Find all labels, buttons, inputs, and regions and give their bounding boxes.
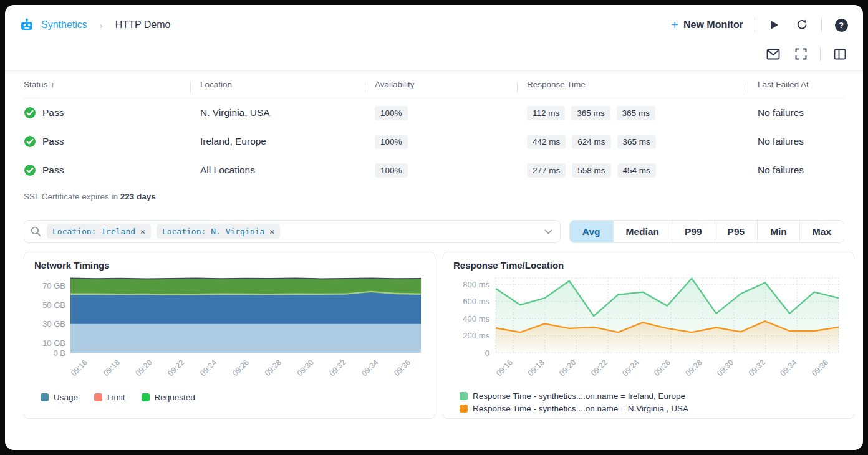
x-tick-label: 09:24: [198, 358, 218, 378]
agg-button-p99[interactable]: P99: [672, 221, 715, 242]
columns-icon: [834, 49, 846, 60]
col-header-response-time[interactable]: Response Time: [527, 80, 758, 89]
status-value: Pass: [42, 165, 64, 176]
table-header-row: Status ↑ Location Availability Response …: [24, 71, 844, 98]
y-tick-label: 0: [485, 348, 489, 358]
agg-button-p95[interactable]: P95: [715, 221, 758, 242]
legend-item-ireland[interactable]: Response Time - synthetics....on.name = …: [460, 391, 844, 401]
search-icon: [31, 226, 41, 237]
chart-title: Network Timings: [34, 260, 425, 271]
help-icon: ?: [835, 19, 848, 32]
response-time-badge: 454 ms: [617, 163, 656, 178]
notify-button[interactable]: [765, 46, 781, 62]
new-monitor-button[interactable]: + New Monitor: [671, 19, 743, 31]
y-tick-label: 30 GB: [42, 319, 65, 328]
remove-tag-icon[interactable]: ×: [140, 227, 145, 236]
breadcrumb-root[interactable]: Synthetics: [41, 19, 87, 31]
x-tick-label: 09:22: [166, 358, 186, 378]
table-row[interactable]: Pass Ireland, Europe 100% 442 ms 624 ms …: [24, 127, 844, 156]
line-plot[interactable]: 800 ms600 ms400 ms200 ms009:1609:1809:20…: [453, 273, 844, 391]
fullscreen-button[interactable]: [793, 46, 809, 62]
x-tick-label: 09:26: [231, 358, 251, 378]
x-tick-label: 09:32: [747, 358, 767, 378]
col-header-last-failed[interactable]: Last Failed At: [758, 80, 844, 89]
run-test-button[interactable]: [766, 17, 783, 33]
last-failed-value: No failures: [758, 136, 844, 147]
response-time-badge: 624 ms: [572, 135, 610, 149]
refresh-button[interactable]: [794, 17, 810, 33]
x-tick-label: 09:34: [360, 358, 380, 378]
secondary-toolbar: [5, 41, 863, 71]
agg-button-max[interactable]: Max: [799, 221, 844, 242]
filter-bar: Location: Ireland × Location: N. Virgini…: [24, 220, 844, 243]
aggregation-button-group: Avg Median P99 P95 Min Max: [569, 220, 844, 243]
availability-badge: 100%: [375, 163, 408, 178]
agg-button-min[interactable]: Min: [757, 221, 799, 242]
y-tick-label: 600 ms: [463, 297, 489, 306]
x-tick-label: 09:34: [779, 358, 799, 378]
legend-item-limit[interactable]: Limit: [94, 393, 125, 402]
legend-label: Requested: [155, 393, 195, 402]
response-time-svg: 800 ms600 ms400 ms200 ms009:1609:1809:20…: [453, 273, 845, 389]
monitor-results-table: Status ↑ Location Availability Response …: [5, 71, 863, 211]
response-time-badge: 442 ms: [527, 135, 566, 149]
chevron-down-icon[interactable]: [544, 229, 552, 234]
help-button[interactable]: ?: [833, 17, 849, 33]
filter-tag-ireland[interactable]: Location: Ireland ×: [47, 224, 151, 239]
remove-tag-icon[interactable]: ×: [269, 227, 274, 236]
col-label: Status: [24, 80, 47, 89]
x-tick-label: 09:28: [684, 358, 704, 378]
search-input[interactable]: Location: Ireland × Location: N. Virgini…: [24, 220, 561, 243]
x-tick-label: 09:18: [102, 358, 122, 378]
x-tick-label: 09:28: [263, 358, 283, 378]
play-icon: [769, 20, 779, 30]
filter-tag-n-virginia[interactable]: Location: N. Virginia ×: [157, 224, 280, 239]
response-time-badge: 558 ms: [572, 163, 610, 178]
legend-item-n-virginia[interactable]: Response Time - synthetics....on.name = …: [460, 404, 844, 413]
table-row[interactable]: Pass N. Virginia, USA 100% 112 ms 365 ms…: [24, 98, 844, 127]
agg-button-median[interactable]: Median: [613, 221, 672, 242]
response-time-badge: 112 ms: [527, 106, 565, 120]
network-timings-chart: Network Timings 70 GB50 GB30 GB10 GB0 B0…: [24, 252, 435, 419]
col-header-availability[interactable]: Availability: [375, 80, 527, 89]
agg-button-avg[interactable]: Avg: [570, 221, 613, 242]
network-timings-legend: Usage Limit Requested: [41, 393, 425, 402]
legend-item-usage[interactable]: Usage: [41, 393, 78, 402]
legend-label: Response Time - synthetics....on.name = …: [473, 391, 685, 401]
col-header-location[interactable]: Location: [200, 80, 375, 89]
pass-check-icon: [24, 107, 36, 119]
response-time-legend: Response Time - synthetics....on.name = …: [460, 391, 844, 413]
response-time-badge: 365 ms: [571, 106, 610, 120]
area-layer-usage-light: [70, 324, 421, 353]
side-panel-button[interactable]: [832, 46, 848, 62]
top-bar: Synthetics › HTTP Demo + New Monitor: [5, 5, 863, 41]
x-tick-label: 09:22: [589, 358, 609, 378]
divider: [820, 47, 821, 61]
y-tick-label: 50 GB: [42, 300, 65, 310]
y-tick-label: 400 ms: [463, 314, 489, 323]
response-time-badge: 277 ms: [527, 163, 566, 178]
chart-title: Response Time/Location: [453, 260, 844, 271]
status-value: Pass: [42, 107, 64, 118]
y-tick-label: 70 GB: [42, 281, 65, 290]
y-tick-label: 800 ms: [463, 280, 489, 289]
col-header-status[interactable]: Status ↑: [24, 80, 200, 89]
table-row[interactable]: Pass All Locations 100% 277 ms 558 ms 45…: [24, 156, 844, 184]
pass-check-icon: [24, 135, 36, 148]
x-tick-label: 09:18: [526, 358, 546, 378]
page-title: HTTP Demo: [115, 19, 171, 31]
stacked-area-plot[interactable]: 70 GB50 GB30 GB10 GB0 B09:1609:1809:2009…: [34, 273, 425, 391]
location-value: Ireland, Europe: [200, 136, 375, 147]
requested-swatch-icon: [142, 393, 150, 401]
x-tick-label: 09:20: [134, 358, 154, 378]
y-tick-label: 0 B: [53, 348, 65, 358]
status-value: Pass: [42, 136, 64, 147]
main-panel: Synthetics › HTTP Demo + New Monitor: [5, 5, 863, 450]
legend-label: Limit: [107, 393, 125, 402]
ssl-note-value: 223 days: [120, 192, 156, 201]
breadcrumb-separator: ›: [100, 20, 103, 31]
legend-item-requested[interactable]: Requested: [142, 393, 195, 402]
legend-label: Response Time - synthetics....on.name = …: [473, 404, 688, 413]
x-tick-label: 09:16: [494, 358, 514, 378]
envelope-icon: [766, 49, 780, 60]
